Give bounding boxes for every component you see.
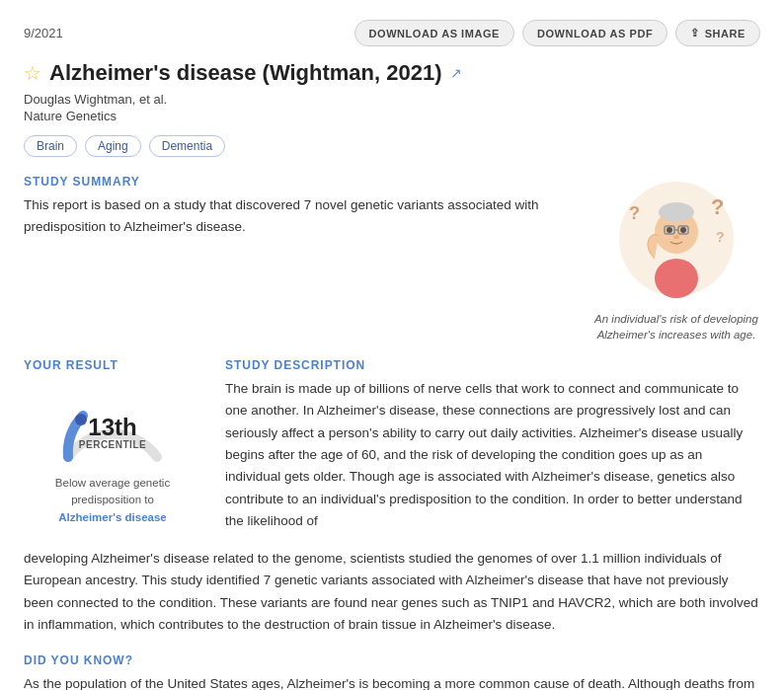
- study-description-heading: STUDY DESCRIPTION: [225, 358, 760, 372]
- share-button[interactable]: ⇪ SHARE: [675, 20, 760, 46]
- illustration-box: ? ? ? An individual's risk of developing…: [592, 175, 760, 343]
- external-link-icon[interactable]: ↗: [450, 65, 462, 81]
- illustration-caption: An individual's risk of developing Alzhe…: [592, 311, 760, 343]
- top-content: STUDY SUMMARY This report is based on a …: [24, 175, 760, 343]
- star-icon[interactable]: ☆: [24, 61, 41, 85]
- svg-point-3: [659, 202, 694, 222]
- your-result-heading: YOUR RESULT: [24, 358, 201, 372]
- share-icon: ⇪: [690, 27, 700, 39]
- download-image-button[interactable]: DOWNLOAD AS IMAGE: [354, 20, 514, 46]
- did-you-know-section: DID YOU KNOW? As the population of the U…: [24, 653, 760, 690]
- study-description-text: The brain is made up of billions of nerv…: [225, 378, 760, 532]
- journal: Nature Genetics: [24, 109, 760, 123]
- page-header: 9/2021 DOWNLOAD AS IMAGE DOWNLOAD AS PDF…: [24, 20, 760, 46]
- tags-container: Brain Aging Dementia: [24, 135, 760, 157]
- header-buttons: DOWNLOAD AS IMAGE DOWNLOAD AS PDF ⇪ SHAR…: [354, 20, 760, 46]
- study-summary-section: STUDY SUMMARY This report is based on a …: [24, 175, 577, 343]
- svg-point-9: [673, 235, 679, 239]
- illustration-image: ? ? ?: [607, 175, 745, 303]
- did-you-know-text: As the population of the United States a…: [24, 673, 760, 690]
- percentile-gauge: 13th PERCENTILE: [53, 378, 172, 467]
- svg-text:?: ?: [716, 229, 725, 245]
- authors: Douglas Wightman, et al.: [24, 92, 760, 107]
- percentile-number: 13th: [79, 416, 146, 439]
- result-column: YOUR RESULT 13th PERCENTILE Below averag…: [24, 358, 201, 532]
- two-col-section: YOUR RESULT 13th PERCENTILE Below averag…: [24, 358, 760, 532]
- gauge-center: 13th PERCENTILE: [79, 416, 146, 450]
- study-summary-text: This report is based on a study that dis…: [24, 194, 577, 237]
- date-label: 9/2021: [24, 26, 63, 40]
- full-description-text: developing Alzheimer's disease related t…: [24, 548, 760, 636]
- tag-brain[interactable]: Brain: [24, 135, 77, 157]
- svg-text:?: ?: [629, 203, 640, 223]
- did-you-know-heading: DID YOU KNOW?: [24, 653, 760, 667]
- svg-point-4: [666, 227, 672, 233]
- svg-point-5: [680, 227, 686, 233]
- svg-point-1: [655, 259, 698, 298]
- tag-aging[interactable]: Aging: [85, 135, 141, 157]
- download-pdf-button[interactable]: DOWNLOAD AS PDF: [522, 20, 667, 46]
- result-description: Below average genetic predisposition to …: [24, 475, 201, 526]
- study-summary-heading: STUDY SUMMARY: [24, 175, 577, 189]
- svg-text:?: ?: [711, 194, 724, 219]
- page-title: Alzheimer's disease (Wightman, 2021): [49, 60, 442, 86]
- result-condition: Alzheimer's disease: [58, 511, 167, 523]
- percentile-label: PERCENTILE: [79, 439, 146, 450]
- description-column: STUDY DESCRIPTION The brain is made up o…: [225, 358, 760, 532]
- title-row: ☆ Alzheimer's disease (Wightman, 2021) ↗: [24, 60, 760, 86]
- tag-dementia[interactable]: Dementia: [149, 135, 225, 157]
